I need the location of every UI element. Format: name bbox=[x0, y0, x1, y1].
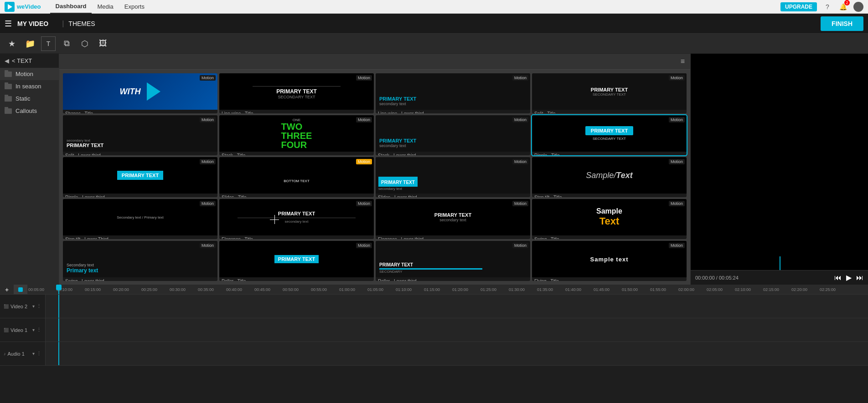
sidebar-item-inseason[interactable]: In season bbox=[0, 80, 59, 92]
template-card-slides-title[interactable]: TOP TEXT MAIN TEXT BOTTOM TEXT Motion Sl… bbox=[219, 157, 374, 197]
motion-badge: Motion bbox=[512, 117, 528, 122]
template-card-elegance-title[interactable]: PRIMARY TEXT secondary text Motion Elega… bbox=[219, 199, 374, 239]
ruler-time-label: 00:55:00 bbox=[310, 287, 338, 292]
motion-badge: Motion bbox=[356, 117, 372, 122]
sidebar-back-header[interactable]: ◀ < TEXT bbox=[0, 54, 59, 68]
toolbar-transition-icon[interactable]: ⧉ bbox=[59, 36, 74, 51]
primary-text: PRIMARY TEXT bbox=[276, 88, 317, 95]
ruler-time-label: 01:35:00 bbox=[536, 287, 564, 292]
toolbar-folder-icon[interactable]: 📁 bbox=[23, 36, 37, 51]
template-card-slides-lower[interactable]: PRIMARY TEXT secondary text Motion Slide… bbox=[376, 157, 530, 197]
top-nav-right: UPGRADE ? 🔔 2 U bbox=[780, 2, 863, 12]
nav-exports[interactable]: Exports bbox=[119, 0, 150, 14]
secondary-text: secondary text bbox=[439, 218, 466, 222]
card-label: Roller - Title bbox=[219, 277, 374, 281]
motion-badge: Motion bbox=[200, 117, 216, 122]
template-card-ripple-lower[interactable]: PRIMARY TEXT Motion Ripple - Lower third bbox=[63, 157, 217, 197]
card-preview: WITH bbox=[63, 73, 217, 110]
separator: | bbox=[62, 20, 64, 28]
motion-badge: Motion bbox=[200, 159, 216, 164]
track-more-audio1[interactable]: ⋮ bbox=[36, 351, 41, 357]
card-label: Split - Lower third bbox=[63, 152, 217, 155]
card-preview: Sample/Text bbox=[532, 157, 687, 194]
motion-badge: Motion bbox=[669, 243, 685, 248]
timeline-tracks: ⬛ Video 2 ▾ ⋮ ⬛ Video 1 ▾ ⋮ ♪ bbox=[0, 295, 868, 403]
motion-badge-yellow: Motion bbox=[356, 159, 372, 164]
track-dropdown-audio1[interactable]: ▾ bbox=[32, 351, 35, 356]
card-preview: TOP TEXT MAIN TEXT BOTTOM TEXT bbox=[219, 157, 374, 194]
card-preview: Sample text bbox=[532, 241, 687, 277]
motion-badge: Motion bbox=[669, 201, 685, 206]
template-card-linewipe-title[interactable]: PRIMARY TEXT SECONDARY TEXT Motion Line … bbox=[219, 73, 374, 113]
template-card-linewipe-lower[interactable]: PRIMARY TEXT secondary text Motion Line … bbox=[376, 73, 530, 113]
hamburger-menu[interactable]: ☰ bbox=[5, 19, 12, 29]
sidebar-item-static[interactable]: Static bbox=[0, 92, 59, 105]
template-card-split-title[interactable]: PRIMARY TEXT SECONDARY TEXT Motion Split… bbox=[532, 73, 687, 113]
main-text: MAIN TEXT bbox=[280, 172, 312, 179]
toolbar-motion-icon[interactable]: ⬡ bbox=[78, 36, 92, 51]
top-text: TOP TEXT bbox=[288, 168, 305, 172]
panel-menu-icon[interactable]: ≡ bbox=[681, 57, 685, 66]
sidebar-item-motion[interactable]: Motion bbox=[0, 68, 59, 80]
card-label: Elegance - Title bbox=[219, 235, 374, 239]
template-card-steptilt-title[interactable]: Sample/Text Motion Step tilt - Title bbox=[532, 157, 687, 197]
card-preview: PRIMARY TEXT secondary text bbox=[376, 157, 530, 194]
timeline-ruler: + 00:05:0000:10:0000:15:0000:20:0000:25:… bbox=[0, 285, 868, 295]
template-card-flying-title[interactable]: Sample text Motion Flying - Title bbox=[532, 241, 687, 281]
left-sidebar: ◀ < TEXT Motion In season Static Callout… bbox=[0, 54, 59, 285]
card-label: Line wipe - Title bbox=[219, 110, 374, 113]
ruler-time-label: 00:05:00 bbox=[27, 287, 56, 292]
template-card-swing-lower[interactable]: Secondary text Primary text Motion Swing… bbox=[63, 241, 217, 281]
skip-back-button[interactable]: ⏮ bbox=[834, 273, 842, 282]
primary-text: PRIMARY TEXT bbox=[379, 138, 416, 143]
nav-media[interactable]: Media bbox=[92, 0, 119, 14]
bottom-text: BOTTOM TEXT bbox=[284, 179, 310, 183]
template-card-ripple-title[interactable]: PRIMARY TEXT SECONDARY TEXT Motion Rippl… bbox=[532, 115, 687, 155]
template-card-shapes-title[interactable]: WITH Motion Shapes - Title bbox=[63, 73, 217, 113]
template-card-roller-lower[interactable]: PRIMARY TEXT SECONDARY Motion Roller - L… bbox=[376, 241, 530, 281]
add-track-button[interactable]: + bbox=[0, 285, 14, 295]
logo[interactable]: weVideo bbox=[5, 2, 41, 12]
card-label: Shapes - Title bbox=[63, 110, 217, 113]
finish-button[interactable]: FINISH bbox=[821, 16, 863, 31]
help-button[interactable]: ? bbox=[822, 2, 832, 12]
primary-text: PRIMARY TEXT bbox=[591, 128, 628, 133]
play-pause-button[interactable]: ▶ bbox=[846, 273, 852, 282]
template-card-stack-title[interactable]: ONE TWOTHREEFOUR Motion Stack - Title bbox=[219, 115, 374, 155]
template-card-steptilt-lower[interactable]: Secondary text / Primary text Motion Ste… bbox=[63, 199, 217, 239]
nav-dashboard[interactable]: Dashboard bbox=[50, 0, 92, 14]
toolbar-image-icon[interactable]: 🖼 bbox=[96, 36, 110, 51]
sidebar-item-callouts[interactable]: Callouts bbox=[0, 105, 59, 117]
preview-controls: 00:00:00 / 00:05:24 ⏮ ▶ ⏭ bbox=[691, 270, 868, 285]
track-name-video2: Video 2 bbox=[10, 304, 31, 309]
card-preview: PRIMARY TEXT SECONDARY bbox=[376, 241, 530, 277]
template-card-stack-lower[interactable]: PRIMARY TEXT secondary text Motion Stack… bbox=[376, 115, 530, 155]
template-card-split-lower[interactable]: secondary text PRIMARY TEXT Motion Split… bbox=[63, 115, 217, 155]
secondary-text: secondary text bbox=[284, 219, 308, 224]
secondary-text: SECONDARY TEXT bbox=[593, 92, 626, 97]
toolbar-star-icon[interactable]: ★ bbox=[5, 36, 19, 51]
notification-button[interactable]: 🔔 2 bbox=[838, 2, 848, 12]
user-avatar[interactable]: U bbox=[853, 2, 863, 12]
card-label: Ripple - Lower third bbox=[63, 194, 217, 197]
control-buttons: ⏮ ▶ ⏭ bbox=[834, 273, 863, 282]
upgrade-button[interactable]: UPGRADE bbox=[780, 2, 817, 11]
timeline-playhead bbox=[58, 285, 59, 294]
track-label-video1: ⬛ Video 1 ▾ ⋮ bbox=[0, 318, 46, 342]
track-dropdown-video2[interactable]: ▾ bbox=[32, 304, 35, 309]
ruler-time-label: 00:15:00 bbox=[84, 287, 112, 292]
template-card-roller-title[interactable]: PRIMARY TEXT Motion Roller - Title bbox=[219, 241, 374, 281]
toolbar-text-icon[interactable]: T bbox=[41, 36, 56, 51]
template-card-swing-title[interactable]: Sample Text Motion Swing - Title bbox=[532, 199, 687, 239]
track-more-video1[interactable]: ⋮ bbox=[36, 327, 41, 333]
arrow-shape bbox=[147, 82, 160, 101]
card-preview: Secondary text / Primary text bbox=[63, 199, 217, 235]
template-card-elegance-lower[interactable]: PRIMARY TEXT secondary text Motion Elega… bbox=[376, 199, 530, 239]
track-dropdown-video1[interactable]: ▾ bbox=[32, 327, 35, 332]
card-preview: Sample Text bbox=[532, 199, 687, 235]
track-more-video2[interactable]: ⋮ bbox=[36, 303, 41, 309]
motion-badge: Motion bbox=[669, 159, 685, 164]
ruler-time-label: 00:25:00 bbox=[140, 287, 169, 292]
skip-forward-button[interactable]: ⏭ bbox=[856, 273, 863, 282]
themes-button[interactable]: THEMES bbox=[68, 20, 95, 27]
